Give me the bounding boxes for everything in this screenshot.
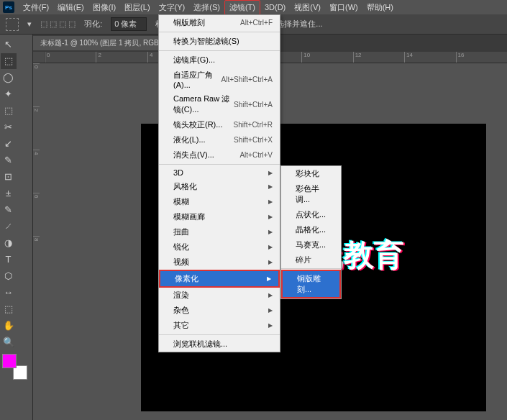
gradient-tool[interactable]: ⟋ — [1, 219, 17, 234]
brush-tool[interactable]: ✎ — [1, 152, 17, 168]
pixelate-mosaic[interactable]: 马赛克... — [281, 237, 341, 252]
pixelate-crystallize[interactable]: 晶格化... — [281, 222, 341, 237]
hand-tool[interactable]: ✋ — [1, 318, 17, 334]
menu-layer[interactable]: 图层(L) — [120, 1, 154, 14]
filter-pixelate[interactable]: 像素化▶ — [159, 270, 280, 288]
menu-image[interactable]: 图像(I) — [88, 1, 120, 14]
filter-liquify[interactable]: 液化(L)...Shift+Ctrl+X — [159, 132, 280, 147]
filter-3d[interactable]: 3D▶ — [159, 166, 280, 179]
filter-menu: 铜版雕刻Alt+Ctrl+F 转换为智能滤镜(S) 滤镜库(G)... 自适应广… — [158, 14, 280, 352]
menu-edit[interactable]: 编辑(E) — [53, 1, 88, 14]
pixelate-submenu: 彩块化 彩色半调... 点状化... 晶格化... 马赛克... 碎片 铜版雕刻… — [280, 165, 342, 299]
feather-label: 羽化: — [84, 19, 102, 29]
filter-adaptive-wide[interactable]: 自适应广角(A)...Alt+Shift+Ctrl+A — [159, 68, 280, 91]
dodge-tool[interactable]: ◑ — [1, 235, 17, 251]
tab-title: 未标题-1 @ 100% (图层 1 拷贝, RGB/8#) * — [40, 38, 176, 48]
slice-tool[interactable]: ✂ — [1, 119, 17, 135]
pen-tool[interactable]: ⬡ — [1, 268, 17, 284]
filter-render[interactable]: 渲染▶ — [159, 288, 280, 303]
eyedropper-tool[interactable]: ↙ — [1, 136, 17, 152]
menu-view[interactable]: 视图(V) — [290, 1, 325, 14]
menu-help[interactable]: 帮助(H) — [362, 1, 398, 14]
select-mask-button[interactable]: 选择并遮住... — [276, 19, 322, 29]
tools-panel: ↖ ⬚ ◯ ✦ ⬚ ✂ ↙ ✎ ⊡ ± ✎ ⟋ ◑ T ⬡ ↔ ⬚ ✋ 🔍 — [0, 35, 33, 420]
pixelate-pointillize[interactable]: 点状化... — [281, 207, 341, 222]
filter-stylize[interactable]: 风格化▶ — [159, 179, 280, 194]
path-tool[interactable]: ↔ — [1, 285, 17, 301]
menu-file[interactable]: 文件(F) — [19, 1, 53, 14]
filter-browse-online[interactable]: 浏览联机滤镜... — [159, 337, 280, 352]
wand-tool[interactable]: ✦ — [1, 86, 17, 102]
filter-camera-raw[interactable]: Camera Raw 滤镜(C)...Shift+Ctrl+A — [159, 91, 280, 117]
filter-convert-smart[interactable]: 转换为智能滤镜(S) — [159, 34, 280, 49]
type-tool[interactable]: T — [1, 252, 17, 268]
pixelate-mezzotint[interactable]: 铜版雕刻... — [281, 270, 341, 298]
pixelate-color-halftone[interactable]: 彩色半调... — [281, 181, 341, 207]
filter-sharpen[interactable]: 锐化▶ — [159, 239, 280, 255]
filter-noise[interactable]: 杂色▶ — [159, 303, 280, 318]
filter-distort[interactable]: 扭曲▶ — [159, 224, 280, 239]
filter-blur[interactable]: 模糊▶ — [159, 194, 280, 209]
pencil-tool[interactable]: ✎ — [1, 202, 17, 218]
move-tool[interactable]: ↖ — [1, 37, 17, 52]
stamp-tool[interactable]: ⊡ — [1, 169, 17, 185]
zoom-tool[interactable]: 🔍 — [1, 334, 17, 350]
menu-select[interactable]: 选择(S) — [189, 1, 224, 14]
menu-type[interactable]: 文字(Y) — [155, 1, 190, 14]
menu-filter[interactable]: 滤镜(T) — [224, 0, 260, 15]
crop-tool[interactable]: ⬚ — [1, 103, 17, 119]
feather-input[interactable]: 0 像素 — [111, 17, 147, 31]
lasso-tool[interactable]: ◯ — [1, 70, 17, 86]
marquee-tool[interactable]: ⬚ — [1, 53, 17, 69]
filter-lens-correction[interactable]: 镜头校正(R)...Shift+Ctrl+R — [159, 117, 280, 132]
pixelate-facet[interactable]: 彩块化 — [281, 166, 341, 181]
menu-window[interactable]: 窗口(W) — [325, 1, 362, 14]
menubar: Ps 文件(F) 编辑(E) 图像(I) 图层(L) 文字(Y) 选择(S) 滤… — [0, 0, 507, 14]
filter-vanishing-point[interactable]: 消失点(V)...Alt+Ctrl+V — [159, 147, 280, 163]
app-icon: Ps — [3, 1, 14, 13]
filter-gallery[interactable]: 滤镜库(G)... — [159, 52, 280, 68]
foreground-color[interactable] — [2, 354, 17, 368]
heal-tool[interactable]: ± — [1, 186, 17, 201]
pixelate-fragment[interactable]: 碎片 — [281, 252, 341, 268]
filter-last[interactable]: 铜版雕刻Alt+Ctrl+F — [159, 15, 280, 30]
filter-other[interactable]: 其它▶ — [159, 318, 280, 333]
menu-3d[interactable]: 3D(D) — [260, 1, 290, 13]
marquee-icon[interactable] — [6, 18, 19, 31]
filter-video[interactable]: 视频▶ — [159, 255, 280, 270]
filter-blur-gallery[interactable]: 模糊画廊▶ — [159, 209, 280, 224]
shape-tool[interactable]: ⬚ — [1, 301, 17, 317]
ruler-corner — [33, 52, 45, 63]
color-swatches[interactable] — [2, 354, 30, 383]
